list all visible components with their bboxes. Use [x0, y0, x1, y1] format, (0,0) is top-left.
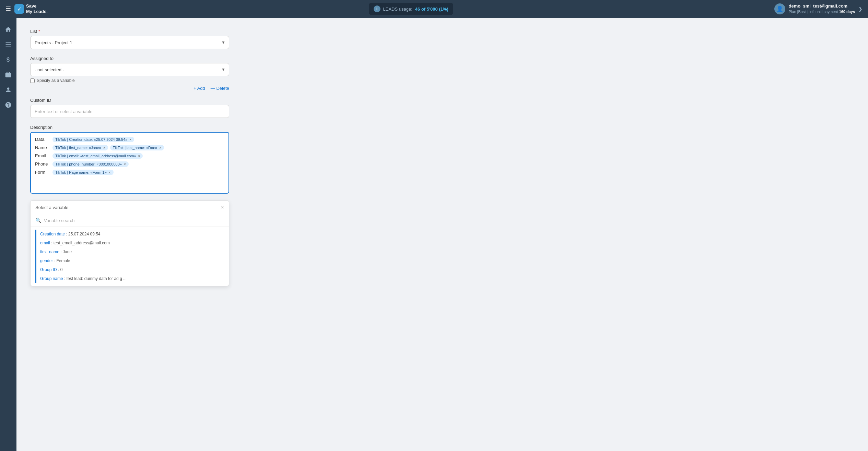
user-email: demo_sml_test@gmail.com	[789, 3, 855, 9]
variable-group: Creation date : 25.07.2024 09:54 email :…	[31, 230, 229, 283]
variable-item-creation-date[interactable]: Creation date : 25.07.2024 09:54	[31, 230, 229, 239]
desc-label-form: Form	[35, 170, 50, 175]
list-select[interactable]: Projects - Project 1 ▼	[30, 36, 229, 49]
variable-selector-title: Select a variable	[35, 205, 68, 210]
list-dropdown-arrow: ▼	[221, 40, 225, 45]
specify-variable-checkbox[interactable]	[30, 78, 35, 83]
variable-search-input[interactable]	[44, 218, 224, 223]
delete-button[interactable]: — Delete	[211, 86, 229, 91]
desc-label-name: Name	[35, 145, 50, 150]
assigned-to-field-group: Assigned to - not selected - ▼ Specify a…	[30, 56, 270, 91]
required-star: *	[38, 29, 40, 34]
sidebar-item-help[interactable]	[2, 99, 14, 111]
sidebar	[0, 18, 16, 451]
tag-creation-date[interactable]: TikTok | Creation date: «25.07.2024 09:5…	[52, 137, 134, 142]
specify-variable-label: Specify as a variable	[37, 78, 75, 83]
info-icon: i	[374, 5, 380, 12]
user-avatar: 👤	[774, 3, 785, 14]
leads-usage-panel: i LEADS usage: 46 of 5'000 (1%)	[369, 3, 453, 15]
desc-label-data: Data	[35, 137, 50, 142]
desc-row-email: Email TikTok | email: «test_email_addres…	[35, 153, 224, 159]
variable-group-bar	[35, 230, 36, 283]
custom-id-input[interactable]	[30, 105, 229, 118]
variable-item-group-id[interactable]: Group ID : 0	[31, 265, 229, 274]
leads-usage-label: LEADS usage:	[383, 7, 412, 12]
variable-selector-header: Select a variable ×	[31, 201, 229, 214]
topbar-left: ☰ ✓ Save My Leads.	[5, 3, 48, 14]
leads-usage-count: 46 of 5'000 (1%)	[415, 7, 448, 12]
tag-close-phone[interactable]: ×	[124, 162, 126, 166]
user-info: demo_sml_test@gmail.com Plan |Basic| lef…	[789, 3, 855, 15]
variable-item-email[interactable]: email : test_email_address@mail.com	[31, 239, 229, 247]
search-icon: 🔍	[35, 218, 41, 223]
actions-row: + Add — Delete	[30, 86, 229, 91]
sidebar-item-connections[interactable]	[2, 38, 14, 51]
sidebar-item-briefcase[interactable]	[2, 69, 14, 81]
assigned-to-label: Assigned to	[30, 56, 270, 61]
desc-row-name: Name TikTok | first_name: «Jane» × TikTo…	[35, 145, 224, 150]
assigned-select[interactable]: - not selected - ▼	[30, 63, 229, 76]
list-select-wrapper: Projects - Project 1 ▼	[30, 36, 229, 49]
list-label: List *	[30, 29, 270, 34]
sidebar-item-user[interactable]	[2, 84, 14, 96]
list-field-group: List * Projects - Project 1 ▼	[30, 29, 270, 49]
desc-row-form: Form TikTok | Page name: «Form 1» ×	[35, 170, 224, 175]
description-label: Description	[30, 125, 270, 130]
tag-last-name[interactable]: TikTok | last_name: «Doe» ×	[110, 145, 164, 150]
variable-item-gender[interactable]: gender : Female	[31, 256, 229, 265]
menu-icon[interactable]: ☰	[5, 5, 11, 13]
description-box[interactable]: Data TikTok | Creation date: «25.07.2024…	[30, 132, 229, 194]
topbar-right: 👤 demo_sml_test@gmail.com Plan |Basic| l…	[774, 3, 863, 15]
tag-close-email[interactable]: ×	[138, 154, 140, 158]
variable-list: Creation date : 25.07.2024 09:54 email :…	[31, 227, 229, 286]
custom-id-field-group: Custom ID	[30, 98, 270, 118]
logo-icon: ✓	[14, 4, 24, 14]
tag-email[interactable]: TikTok | email: «test_email_address@mail…	[52, 153, 143, 159]
desc-label-phone: Phone	[35, 161, 50, 167]
main-content: List * Projects - Project 1 ▼ Assigned t…	[16, 18, 868, 451]
logo-text: Save My Leads.	[26, 3, 48, 14]
variable-search-wrap: 🔍	[31, 214, 229, 227]
desc-label-email: Email	[35, 153, 50, 158]
tag-close-last-name[interactable]: ×	[159, 146, 161, 150]
variable-selector: Select a variable × 🔍 Creation date : 25…	[30, 200, 229, 286]
expand-icon[interactable]: ❯	[858, 6, 863, 12]
assigned-dropdown-arrow: ▼	[221, 67, 225, 72]
specify-variable-row: Specify as a variable	[30, 78, 270, 83]
description-field-group: Description Data TikTok | Creation date:…	[30, 125, 270, 194]
tag-close-form[interactable]: ×	[109, 171, 111, 174]
tag-phone[interactable]: TikTok | phone_number: «8001000000» ×	[52, 161, 129, 167]
variable-item-first-name[interactable]: first_name : Jane	[31, 247, 229, 256]
sidebar-item-home[interactable]	[2, 23, 14, 36]
tag-first-name[interactable]: TikTok | first_name: «Jane» ×	[52, 145, 108, 150]
sidebar-item-billing[interactable]	[2, 53, 14, 66]
custom-id-label: Custom ID	[30, 98, 270, 103]
user-plan: Plan |Basic| left until payment 160 days	[789, 9, 855, 14]
logo: ✓ Save My Leads.	[14, 3, 48, 14]
variable-item-group-name[interactable]: Group name : test lead: dummy data for a…	[31, 274, 229, 283]
desc-row-data: Data TikTok | Creation date: «25.07.2024…	[35, 137, 224, 142]
topbar: ☰ ✓ Save My Leads. i LEADS usage: 46 of …	[0, 0, 868, 18]
assigned-select-wrapper: - not selected - ▼	[30, 63, 229, 76]
desc-row-phone: Phone TikTok | phone_number: «8001000000…	[35, 161, 224, 167]
tag-close-first-name[interactable]: ×	[103, 146, 105, 150]
logo-check: ✓	[17, 6, 22, 12]
tag-form[interactable]: TikTok | Page name: «Form 1» ×	[52, 170, 114, 175]
form-section: List * Projects - Project 1 ▼ Assigned t…	[30, 29, 270, 286]
add-button[interactable]: + Add	[193, 86, 205, 91]
tag-close-creation-date[interactable]: ×	[129, 138, 131, 142]
variable-selector-close[interactable]: ×	[221, 204, 224, 210]
